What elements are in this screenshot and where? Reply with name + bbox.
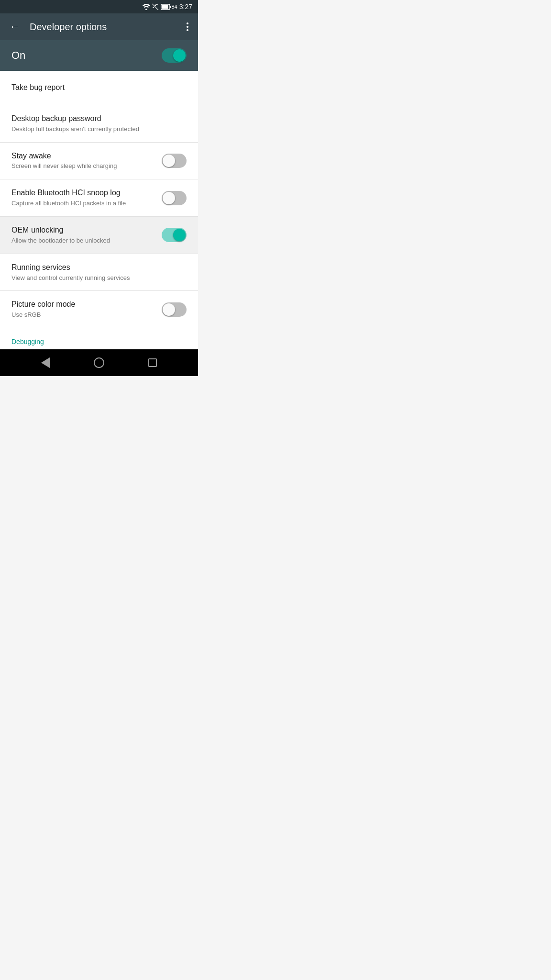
debugging-section-header: Debugging [0,328,198,349]
desktop-backup-password-title: Desktop backup password [11,114,179,124]
toggle-thumb [173,49,186,62]
svg-point-0 [145,9,147,10]
running-services-row[interactable]: Running services View and control curren… [0,254,198,291]
toggle-thumb [163,192,175,204]
menu-button[interactable] [185,21,190,33]
desktop-backup-password-subtitle: Desktop full backups aren't currently pr… [11,125,179,134]
desktop-backup-password-row[interactable]: Desktop backup password Desktop full bac… [0,105,198,143]
nav-home-button[interactable] [94,357,104,368]
picture-color-mode-subtitle: Use sRGB [11,311,154,319]
oem-unlocking-toggle[interactable] [162,228,187,242]
nav-bar [0,349,198,376]
bluetooth-hci-title: Enable Bluetooth HCI snoop log [11,188,154,198]
developer-options-toggle[interactable] [162,48,187,63]
running-services-subtitle: View and control currently running servi… [11,274,179,282]
menu-dot [187,22,188,24]
oem-unlocking-row[interactable]: OEM unlocking Allow the bootloader to be… [0,217,198,254]
developer-options-toggle-section: On [0,40,198,71]
menu-dot [187,26,188,28]
svg-rect-2 [170,6,171,8]
oem-unlocking-subtitle: Allow the bootloader to be unlocked [11,237,154,245]
nav-back-button[interactable] [41,357,50,368]
nav-home-icon [94,357,104,368]
picture-color-mode-row[interactable]: Picture color mode Use sRGB [0,291,198,328]
stay-awake-subtitle: Screen will never sleep while charging [11,162,154,170]
svg-rect-3 [161,5,168,9]
toolbar: ← Developer options [0,13,198,40]
on-label: On [11,49,25,62]
bluetooth-hci-row[interactable]: Enable Bluetooth HCI snoop log Capture a… [0,179,198,217]
take-bug-report-row[interactable]: Take bug report [0,71,198,105]
status-time: 3:27 [179,3,192,11]
page-title: Developer options [30,22,177,33]
toggle-thumb [163,303,175,316]
wifi-icon [143,3,150,10]
bluetooth-hci-toggle[interactable] [162,191,187,205]
debugging-label: Debugging [11,338,187,345]
take-bug-report-title: Take bug report [11,83,179,93]
back-button[interactable]: ← [8,19,22,35]
stay-awake-title: Stay awake [11,151,154,161]
stay-awake-toggle[interactable] [162,154,187,168]
status-bar: 84 3:27 [0,0,198,13]
nav-recents-button[interactable] [148,358,157,367]
picture-color-mode-title: Picture color mode [11,300,154,310]
status-icons: 84 3:27 [143,3,193,11]
battery-percent: 84 [172,4,177,10]
settings-content: Take bug report Desktop backup password … [0,71,198,349]
nav-recents-icon [148,358,157,367]
bluetooth-hci-subtitle: Capture all bluetooth HCI packets in a f… [11,200,154,208]
battery-icon: 84 [161,4,177,10]
stay-awake-row[interactable]: Stay awake Screen will never sleep while… [0,143,198,180]
signal-icon [152,3,159,10]
running-services-title: Running services [11,263,179,273]
nav-back-icon [41,357,50,368]
menu-dot [187,29,188,31]
toggle-thumb [163,155,175,167]
picture-color-mode-toggle[interactable] [162,302,187,317]
oem-unlocking-title: OEM unlocking [11,225,154,235]
